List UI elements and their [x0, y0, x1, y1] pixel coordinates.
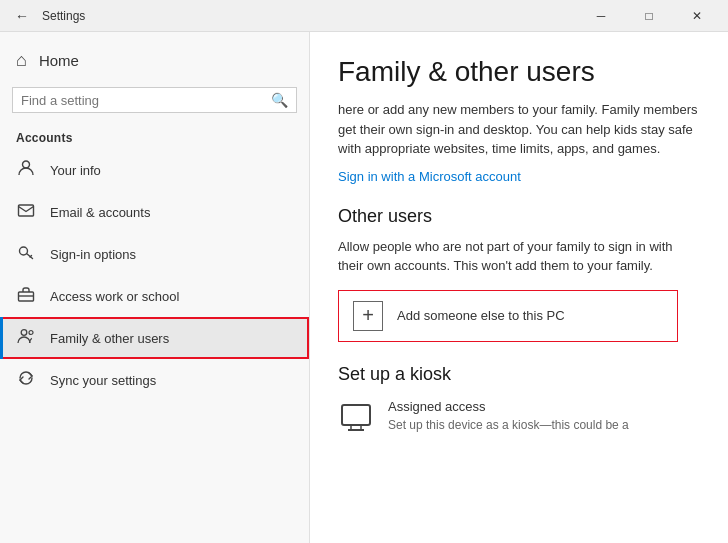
page-description: here or add any new members to your fami…	[338, 100, 700, 159]
email-accounts-label: Email & accounts	[50, 205, 150, 220]
titlebar: ← Settings ─ □ ✕	[0, 0, 728, 32]
people-icon	[16, 327, 36, 349]
window-controls: ─ □ ✕	[578, 0, 720, 32]
kiosk-item: Assigned access Set up this device as a …	[338, 399, 700, 437]
app-container: ⌂ Home 🔍 Accounts Your info	[0, 32, 728, 543]
sidebar: ⌂ Home 🔍 Accounts Your info	[0, 32, 310, 543]
home-icon: ⌂	[16, 50, 27, 71]
sidebar-item-work-school[interactable]: Access work or school	[0, 275, 309, 317]
add-user-label: Add someone else to this PC	[397, 308, 565, 323]
briefcase-icon	[16, 285, 36, 307]
sidebar-item-sign-in[interactable]: Sign-in options	[0, 233, 309, 275]
person-icon	[16, 159, 36, 181]
other-users-description: Allow people who are not part of your fa…	[338, 237, 700, 276]
svg-point-4	[21, 330, 27, 336]
svg-rect-1	[19, 205, 34, 216]
kiosk-icon	[338, 401, 374, 437]
add-user-button[interactable]: + Add someone else to this PC	[338, 290, 678, 342]
close-button[interactable]: ✕	[674, 0, 720, 32]
kiosk-text: Assigned access Set up this device as a …	[388, 399, 629, 434]
minimize-button[interactable]: ─	[578, 0, 624, 32]
sync-icon	[16, 369, 36, 391]
sidebar-item-family-users[interactable]: Family & other users	[0, 317, 309, 359]
back-button[interactable]: ←	[8, 2, 36, 30]
sync-label: Sync your settings	[50, 373, 156, 388]
your-info-label: Your info	[50, 163, 101, 178]
email-icon	[16, 201, 36, 223]
sign-in-label: Sign-in options	[50, 247, 136, 262]
sidebar-item-your-info[interactable]: Your info	[0, 149, 309, 191]
microsoft-account-link[interactable]: Sign in with a Microsoft account	[338, 169, 700, 184]
home-label: Home	[39, 52, 79, 69]
search-input[interactable]	[21, 93, 271, 108]
kiosk-item-title: Assigned access	[388, 399, 629, 414]
work-school-label: Access work or school	[50, 289, 179, 304]
key-icon	[16, 243, 36, 265]
sidebar-section-title: Accounts	[0, 125, 309, 149]
app-title: Settings	[36, 9, 578, 23]
svg-rect-6	[342, 405, 370, 425]
svg-point-0	[23, 161, 30, 168]
other-users-heading: Other users	[338, 206, 700, 227]
kiosk-heading: Set up a kiosk	[338, 364, 700, 385]
home-nav-item[interactable]: ⌂ Home	[0, 40, 309, 81]
search-icon: 🔍	[271, 92, 288, 108]
sidebar-item-sync[interactable]: Sync your settings	[0, 359, 309, 401]
content-area: Family & other users here or add any new…	[310, 32, 728, 543]
kiosk-item-desc: Set up this device as a kiosk—this could…	[388, 417, 629, 434]
family-users-label: Family & other users	[50, 331, 169, 346]
svg-point-5	[29, 331, 33, 335]
plus-icon: +	[353, 301, 383, 331]
page-title: Family & other users	[338, 56, 700, 88]
maximize-button[interactable]: □	[626, 0, 672, 32]
search-box[interactable]: 🔍	[12, 87, 297, 113]
sidebar-item-email-accounts[interactable]: Email & accounts	[0, 191, 309, 233]
